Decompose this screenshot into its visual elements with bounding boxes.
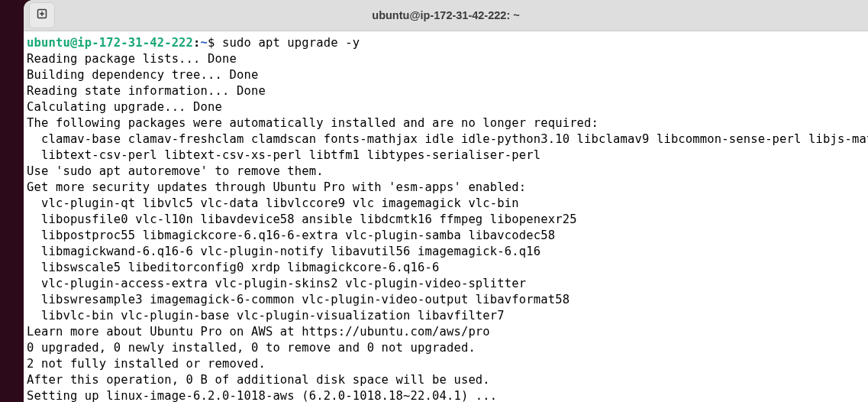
terminal-output-line: clamav-base clamav-freshclam clamdscan f… bbox=[27, 131, 865, 148]
prompt-path: ~ bbox=[201, 36, 208, 50]
terminal-output-line: libswscale5 libeditorconfig0 xrdp libmag… bbox=[27, 260, 865, 276]
window-title: ubuntu@ip-172-31-42-222: ~ bbox=[24, 9, 868, 21]
terminal-output-line: vlc-plugin-qt libvlc5 vlc-data libvlccor… bbox=[27, 196, 865, 212]
terminal-output-line: vlc-plugin-access-extra vlc-plugin-skins… bbox=[27, 276, 865, 292]
terminal-output-line: libtext-csv-perl libtext-csv-xs-perl lib… bbox=[27, 148, 865, 164]
terminal-output-line: 0 upgraded, 0 newly installed, 0 to remo… bbox=[27, 340, 865, 356]
prompt-user-host: ubuntu@ip-172-31-42-222 bbox=[27, 36, 193, 50]
terminal-output-line: The following packages were automaticall… bbox=[27, 115, 865, 131]
prompt-dollar: $ bbox=[208, 36, 222, 50]
terminal-output-line: libopusfile0 vlc-l10n libavdevice58 ansi… bbox=[27, 212, 865, 228]
terminal-output-line: libpostproc55 libmagickcore-6.q16-6-extr… bbox=[27, 228, 865, 244]
terminal-output-line: libswresample3 imagemagick-6-common vlc-… bbox=[27, 292, 865, 308]
window-titlebar[interactable]: ubuntu@ip-172-31-42-222: ~ bbox=[24, 0, 868, 31]
desktop-background bbox=[0, 0, 24, 402]
terminal-output-line: Get more security updates through Ubuntu… bbox=[27, 180, 865, 196]
prompt-colon: : bbox=[193, 36, 200, 50]
terminal-output-line: Use 'sudo apt autoremove' to remove them… bbox=[27, 164, 865, 180]
terminal-output-line: Learn more about Ubuntu Pro on AWS at ht… bbox=[27, 324, 865, 340]
new-tab-button[interactable] bbox=[29, 2, 55, 28]
terminal-output-line: Reading package lists... Done bbox=[27, 51, 865, 67]
terminal-output-line: libmagickwand-6.q16-6 vlc-plugin-notify … bbox=[27, 244, 865, 260]
terminal-output-line: Calculating upgrade... Done bbox=[27, 99, 865, 115]
terminal-body[interactable]: ubuntu@ip-172-31-42-222:~$ sudo apt upgr… bbox=[24, 31, 868, 402]
terminal-output-line: After this operation, 0 B of additional … bbox=[27, 372, 865, 388]
terminal-output-line: Setting up linux-image-6.2.0-1018-aws (6… bbox=[27, 388, 865, 402]
prompt-line: ubuntu@ip-172-31-42-222:~$ sudo apt upgr… bbox=[27, 35, 865, 51]
terminal-output-line: 2 not fully installed or removed. bbox=[27, 356, 865, 372]
terminal-output-line: Building dependency tree... Done bbox=[27, 67, 865, 83]
prompt-command: sudo apt upgrade -y bbox=[222, 36, 360, 50]
terminal-output-line: libvlc-bin vlc-plugin-base vlc-plugin-vi… bbox=[27, 308, 865, 324]
terminal-output-line: Reading state information... Done bbox=[27, 83, 865, 99]
terminal-window: ubuntu@ip-172-31-42-222: ~ ubuntu@ip-172… bbox=[24, 0, 868, 402]
new-tab-icon bbox=[36, 8, 48, 23]
